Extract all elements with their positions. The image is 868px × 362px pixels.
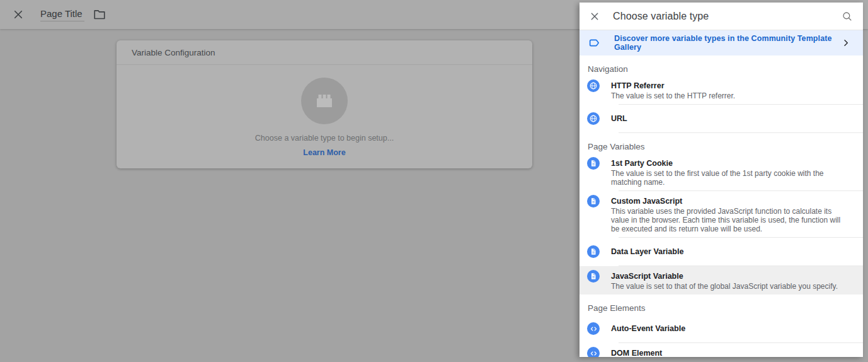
- variable-type-item[interactable]: Data Layer Variable: [580, 238, 863, 266]
- code-icon: [587, 322, 600, 335]
- document-icon: [587, 157, 600, 170]
- item-title: JavaScript Variable: [611, 270, 850, 281]
- template-gallery-icon: [589, 37, 602, 49]
- code-icon: [587, 347, 600, 357]
- globe-icon: [587, 112, 600, 125]
- variable-type-item[interactable]: URL: [580, 105, 863, 132]
- variable-type-item[interactable]: Auto-Event Variable: [580, 315, 863, 342]
- banner-text: Discover more variable types in the Comm…: [614, 34, 841, 52]
- variable-type-item[interactable]: JavaScript VariableThe value is set to t…: [580, 266, 863, 295]
- placeholder-text: Choose a variable type to begin setup...: [255, 134, 394, 143]
- variable-configuration-card: Variable Configuration Choose a variable…: [117, 40, 532, 168]
- folder-icon[interactable]: [93, 9, 106, 20]
- choose-variable-type-panel: Choose variable type Discover more varia…: [580, 3, 863, 357]
- section-title: Page Elements: [588, 303, 853, 313]
- item-title: Data Layer Variable: [611, 245, 850, 256]
- section-title: Navigation: [588, 64, 853, 74]
- panel-header: Choose variable type: [580, 3, 863, 30]
- item-title: Custom JavaScript: [611, 195, 850, 206]
- card-title: Variable Configuration: [117, 40, 532, 65]
- panel-title: Choose variable type: [613, 11, 709, 22]
- globe-icon: [587, 79, 600, 92]
- item-description: The value is set to that of the global J…: [611, 282, 850, 291]
- learn-more-link[interactable]: Learn More: [303, 148, 345, 157]
- item-description: The value is set to the HTTP referrer.: [611, 91, 850, 100]
- divider: [619, 132, 863, 133]
- community-gallery-banner[interactable]: Discover more variable types in the Comm…: [580, 30, 863, 55]
- item-title: HTTP Referrer: [611, 79, 850, 90]
- item-title: URL: [611, 112, 850, 123]
- chevron-right-icon: [841, 38, 851, 48]
- item-title: DOM Element: [611, 347, 850, 357]
- variable-type-item[interactable]: 1st Party CookieThe value is set to the …: [580, 153, 863, 190]
- variable-type-item[interactable]: DOM ElementThe value is set to the text …: [580, 343, 863, 357]
- document-icon: [587, 245, 600, 258]
- section-title: Page Variables: [588, 142, 853, 151]
- brick-placeholder-icon: [301, 78, 348, 124]
- item-title: Auto-Event Variable: [611, 322, 850, 333]
- close-icon[interactable]: [13, 9, 24, 20]
- item-description: This variable uses the provided JavaScri…: [611, 207, 850, 233]
- item-title: 1st Party Cookie: [611, 157, 850, 168]
- page-title-input[interactable]: Page Title: [40, 8, 84, 21]
- variable-type-item[interactable]: Custom JavaScriptThis variable uses the …: [580, 191, 863, 237]
- item-description: The value is set to the first value of t…: [611, 169, 850, 187]
- search-icon[interactable]: [842, 11, 853, 22]
- panel-close-icon[interactable]: [590, 11, 600, 21]
- document-icon: [587, 195, 600, 207]
- variable-type-list: NavigationHTTP ReferrerThe value is set …: [580, 55, 863, 357]
- variable-type-item[interactable]: HTTP ReferrerThe value is set to the HTT…: [580, 76, 863, 104]
- document-icon: [587, 270, 600, 283]
